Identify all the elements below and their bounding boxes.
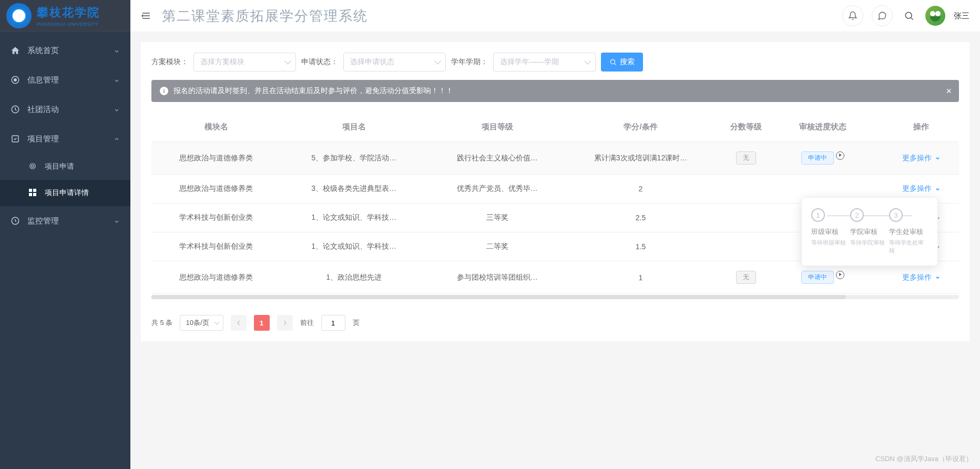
filter-term-label: 学年学期： [451,57,488,67]
svg-rect-8 [29,193,32,196]
svg-point-1 [14,79,17,81]
filter-status-select[interactable]: 选择申请状态 [343,53,446,72]
goto-page-input[interactable] [321,315,345,331]
filter-module-select[interactable]: 选择方案模块 [193,53,296,72]
sub-nav-item[interactable]: 项目申请详情 [0,180,130,206]
table-header: 审核进度状态 [778,113,867,142]
avatar[interactable] [925,6,945,26]
table-cell: 3、校级各类先进典型表… [281,175,426,203]
table-header: 项目名 [281,113,426,142]
step-title: 学院审核 [850,227,889,237]
score-tag: 无 [736,271,756,284]
status-tag: 申请中 [801,271,834,284]
action-cell: 更多操作 [884,142,959,175]
table-cell: 践行社会主义核心价值… [427,142,568,175]
nav-label: 项目管理 [27,134,59,144]
step-desc: 等待班级审核 [811,239,850,247]
table-header [867,113,884,142]
nav-item-club[interactable]: 社团活动 [0,95,130,124]
info-alert: i 报名的活动请及时签到、并且在活动结束后及时参与评价，避免活动分值受影响！！！… [151,80,959,102]
svg-point-5 [32,165,34,168]
score-level-cell [713,232,778,261]
horizontal-scrollbar[interactable] [151,295,959,299]
progress-step: 2学院审核等待学院审核 [850,208,889,247]
svg-rect-9 [33,193,36,196]
watermark: CSDN @清风学Java（毕设君） [875,454,973,464]
chevron-up-icon [114,136,120,142]
table-cell: 1、论文或知识、学科技… [281,232,426,261]
prev-page-button[interactable] [231,315,247,331]
score-tag: 无 [736,151,756,165]
nav-label: 系统首页 [27,46,59,56]
table-header: 学分/条件 [568,113,713,142]
status-cell: 申请中 [778,142,867,175]
table-row: 思想政治与道德修养类1、政治思想先进参与团校培训等团组织…1无申请中 更多操作 [151,261,959,294]
brand-name: 攀枝花学院 [37,5,100,21]
chevron-down-icon [114,47,120,54]
table-cell: 2 [568,175,713,203]
search-button[interactable] [901,5,917,26]
sidebar: 攀枝花学院 PANZHIHUA UNIVERSITY 系统首页信息管理社团活动项… [0,0,130,469]
chevron-down-icon [114,106,120,113]
spacer-cell [867,142,884,175]
sub-nav-item[interactable]: 项目申请 [0,154,130,180]
search-button[interactable]: 搜索 [601,53,643,72]
step-number: 1 [811,208,825,222]
more-actions-button[interactable]: 更多操作 [902,184,941,193]
step-title: 学生处审核 [889,227,928,237]
next-page-button[interactable] [277,315,293,331]
table-header: 操作 [884,113,959,142]
table-cell: 学术科技与创新创业类 [151,203,281,232]
table-cell: 1、论文或知识、学科技… [281,203,426,232]
nav-item-monitor[interactable]: 监控管理 [0,206,130,236]
table-cell: 5、参加学校、学院活动… [281,142,426,175]
page-number-button[interactable]: 1 [254,315,270,331]
pagination-total: 共 5 条 [151,318,172,328]
score-level-cell: 无 [713,142,778,175]
chevron-down-icon [114,77,120,83]
more-actions-button[interactable]: 更多操作 [902,273,941,282]
step-title: 班级审核 [811,227,850,237]
spacer-cell [867,261,884,294]
sub-nav-label: 项目申请详情 [45,188,89,198]
goto-prefix: 前往 [300,318,314,328]
page-size-select[interactable]: 10条/页 [180,315,223,331]
filter-status-label: 申请状态： [301,57,338,67]
table-cell: 1.5 [568,232,713,261]
username: 张三 [954,11,969,21]
svg-rect-7 [33,189,36,192]
nav-item-project[interactable]: 项目管理 [0,124,130,154]
detail-icon [29,189,37,197]
play-icon[interactable] [836,271,844,279]
monitor-icon [11,216,20,226]
club-icon [11,105,20,114]
search-button-label: 搜索 [620,57,635,67]
nav-item-home[interactable]: 系统首页 [0,36,130,65]
goto-suffix: 页 [353,318,360,328]
info-icon [11,75,20,85]
pagination: 共 5 条 10条/页 1 前往 页 [151,315,959,331]
message-button[interactable] [872,5,893,26]
page-title: 第二课堂素质拓展学分管理系统 [162,7,368,25]
nav-item-info[interactable]: 信息管理 [0,65,130,95]
more-actions-button[interactable]: 更多操作 [902,154,941,163]
step-number: 2 [850,208,864,222]
progress-step: 1班级审核等待班级审核 [811,208,850,247]
step-number: 3 [889,208,903,222]
table-cell: 三等奖 [427,203,568,232]
table-cell: 1 [568,261,713,294]
sidebar-toggle-icon[interactable] [141,11,151,21]
notification-button[interactable] [842,5,863,26]
table-cell: 思想政治与道德修养类 [151,261,281,294]
table-header: 项目等级 [427,113,568,142]
alert-close-icon[interactable]: × [946,86,952,97]
table-header: 分数等级 [713,113,778,142]
brand-sub: PANZHIHUA UNIVERSITY [37,22,100,27]
nav-label: 社团活动 [27,105,59,115]
filter-term-select[interactable]: 选择学年——学期 [493,53,596,72]
nav-label: 监控管理 [27,216,59,226]
table-cell: 思想政治与道德修养类 [151,142,281,175]
score-level-cell [713,175,778,203]
info-icon: i [160,87,168,95]
play-icon[interactable] [836,151,844,160]
